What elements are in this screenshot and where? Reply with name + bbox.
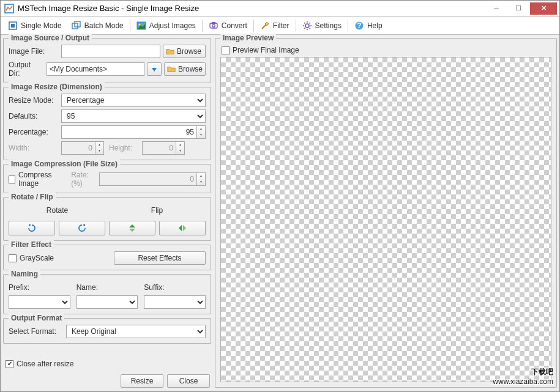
width-input	[61, 141, 95, 155]
group-title: Image Compression (File Size)	[9, 160, 120, 168]
help-icon: ?	[354, 21, 364, 31]
rate-spinner: ▲▼	[197, 172, 206, 186]
window-title: MSTech Image Resize Basic - Single Image…	[18, 4, 485, 13]
svg-line-16	[309, 28, 310, 29]
batch-mode-button[interactable]: Batch Mode	[67, 18, 129, 33]
btn-label: Browse	[178, 65, 203, 73]
output-dir-input[interactable]	[47, 62, 144, 76]
help-button[interactable]: ? Help	[349, 18, 387, 33]
chk-label: Preview Final Image	[233, 46, 299, 54]
svg-point-8	[212, 24, 215, 26]
single-mode-icon	[8, 21, 18, 31]
image-file-label: Image File:	[9, 47, 59, 56]
svg-rect-2	[11, 24, 15, 28]
resize-button[interactable]: Resize	[121, 374, 163, 388]
rotate-left-button[interactable]	[9, 221, 55, 235]
dir-dropdown-button[interactable]	[147, 62, 162, 76]
adjust-images-button[interactable]: Adjust Images	[132, 18, 201, 33]
tb-label: Filter	[273, 21, 289, 30]
tb-label: Convert	[222, 21, 247, 30]
arrow-down-icon	[151, 65, 158, 73]
tb-label: Single Mode	[21, 21, 62, 30]
group-title: Rotate / Flip	[9, 193, 56, 201]
preview-final-checkbox[interactable]: Preview Final Image	[222, 46, 299, 54]
resize-mode-select[interactable]: Percentage	[61, 94, 206, 107]
prefix-select[interactable]	[9, 295, 70, 309]
svg-line-17	[304, 28, 305, 29]
toolbar-separator	[296, 20, 296, 32]
filter-button[interactable]: Filter	[255, 18, 294, 33]
resize-mode-label: Resize Mode:	[9, 96, 59, 105]
group-title: Filter Effect	[9, 240, 54, 249]
group-title: Output Format	[9, 314, 64, 322]
left-panel: Image Source / Output Image File: Browse…	[3, 38, 211, 388]
height-input	[142, 141, 176, 155]
name-select[interactable]	[77, 295, 138, 309]
tb-label: Help	[367, 21, 383, 30]
rotate-right-icon	[77, 223, 87, 233]
batch-mode-icon	[72, 21, 81, 31]
filter-group: Filter Effect GrayScale Reset Effects	[3, 245, 211, 270]
grayscale-checkbox[interactable]: GrayScale	[9, 254, 111, 262]
reset-effects-button[interactable]: Reset Effects	[114, 251, 206, 265]
toolbar-separator	[253, 20, 254, 32]
checkbox-icon	[222, 46, 230, 54]
close-after-checkbox[interactable]: ✔ Close after resize	[6, 360, 211, 368]
browse-dir-button[interactable]: Browse	[164, 62, 206, 76]
percentage-label: Percentage:	[9, 128, 59, 136]
percentage-input[interactable]	[61, 125, 197, 139]
toolbar-separator	[130, 20, 130, 32]
format-select[interactable]: Keep Original	[66, 325, 206, 338]
naming-group: Naming Prefix: Name: Suffix:	[3, 274, 211, 314]
prefix-label: Prefix:	[9, 283, 70, 292]
folder-icon	[166, 47, 174, 56]
rate-input	[99, 172, 197, 186]
compress-checkbox[interactable]: Compress Image	[9, 171, 64, 188]
flip-heading: Flip	[108, 206, 206, 215]
toolbar-separator	[202, 20, 203, 32]
flip-horizontal-button[interactable]	[159, 221, 206, 235]
chk-label: Compress Image	[18, 171, 64, 188]
compression-group: Image Compression (File Size) Compress I…	[3, 164, 211, 193]
app-icon	[4, 4, 14, 13]
rotate-right-button[interactable]	[59, 221, 105, 235]
rotate-left-icon	[27, 223, 37, 233]
suffix-select[interactable]	[144, 295, 206, 309]
maximize-button[interactable]: ☐	[508, 2, 529, 15]
format-label: Select Format:	[9, 327, 64, 336]
name-label: Name:	[77, 283, 138, 292]
height-spinner: ▲▼	[176, 141, 185, 155]
main-body: Image Source / Output Image File: Browse…	[1, 35, 559, 391]
minimize-button[interactable]: ─	[486, 2, 507, 15]
single-mode-button[interactable]: Single Mode	[3, 18, 67, 33]
checkbox-icon	[9, 254, 17, 262]
close-dialog-button[interactable]: Close	[167, 374, 210, 388]
flip-vertical-button[interactable]	[109, 221, 155, 235]
format-group: Output Format Select Format: Keep Origin…	[3, 318, 211, 344]
svg-line-18	[309, 23, 310, 24]
folder-icon	[167, 65, 176, 73]
filter-icon	[260, 21, 270, 31]
chk-label: GrayScale	[20, 254, 54, 262]
svg-line-15	[304, 23, 305, 24]
image-file-input[interactable]	[61, 45, 160, 58]
browse-file-button[interactable]: Browse	[163, 45, 206, 58]
defaults-select[interactable]: 95	[61, 109, 206, 123]
settings-button[interactable]: Settings	[297, 18, 346, 33]
suffix-label: Suffix:	[144, 283, 206, 292]
height-label: Height:	[109, 144, 140, 152]
group-title: Naming	[9, 270, 40, 278]
gear-icon	[302, 21, 312, 31]
checkbox-icon: ✔	[6, 360, 13, 368]
convert-icon	[209, 21, 218, 31]
toolbar-separator	[348, 20, 348, 32]
close-button[interactable]: ✕	[530, 2, 557, 15]
rate-label: Rate: (%)	[71, 171, 97, 188]
convert-button[interactable]: Convert	[204, 18, 252, 33]
preview-canvas	[220, 57, 551, 382]
percentage-spinner[interactable]: ▲▼	[197, 125, 206, 139]
source-group: Image Source / Output Image File: Browse…	[3, 38, 211, 83]
width-spinner: ▲▼	[95, 141, 104, 155]
flip-vertical-icon	[127, 223, 137, 233]
checkbox-icon	[9, 176, 15, 183]
